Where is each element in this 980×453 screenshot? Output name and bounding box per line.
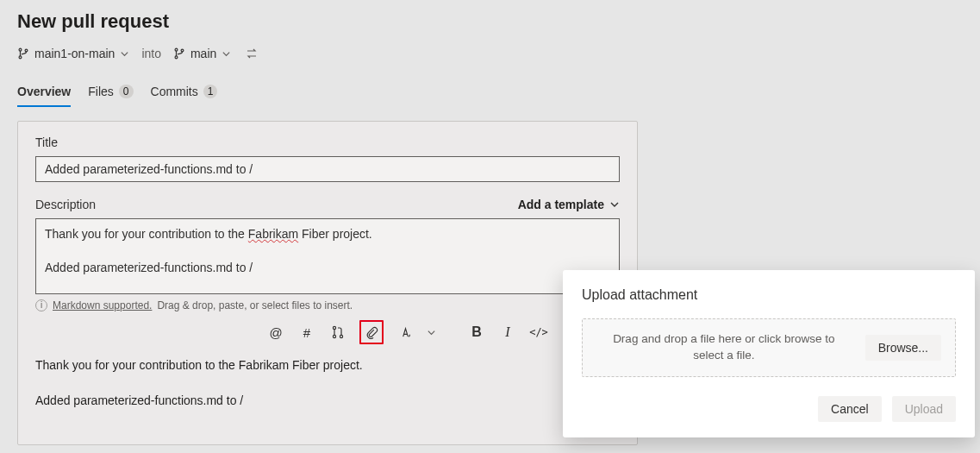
preview-paragraph: Added parameterized-functions.md to /	[35, 392, 620, 410]
svg-point-3	[175, 48, 178, 51]
add-template-button[interactable]: Add a template	[518, 198, 620, 211]
file-dropzone[interactable]: Drag and drop a file here or click brows…	[582, 318, 956, 377]
description-label: Description	[35, 198, 96, 211]
pr-icon	[331, 325, 345, 339]
svg-point-0	[19, 48, 22, 51]
branch-icon	[17, 47, 29, 60]
source-branch-picker[interactable]: main1-on-main	[17, 47, 129, 60]
browse-button[interactable]: Browse...	[865, 335, 941, 361]
svg-point-6	[333, 326, 335, 329]
paperclip-icon	[365, 326, 378, 339]
commits-count-badge: 1	[203, 85, 218, 98]
dialog-title: Upload attachment	[582, 287, 956, 303]
page-title: New pull request	[17, 10, 963, 33]
target-branch-name: main	[190, 47, 216, 60]
bold-button[interactable]: B	[467, 323, 486, 342]
attach-file-highlight	[359, 320, 384, 344]
chevron-down-icon[interactable]	[427, 328, 436, 337]
chevron-down-icon	[222, 49, 231, 59]
upload-button[interactable]: Upload	[892, 396, 956, 422]
svg-point-1	[19, 56, 22, 59]
chevron-down-icon	[609, 199, 620, 210]
text-format-button[interactable]	[396, 323, 415, 342]
tab-overview[interactable]: Overview	[17, 79, 71, 107]
tab-label: Files	[88, 85, 114, 98]
svg-point-8	[340, 335, 342, 337]
title-input[interactable]	[35, 156, 620, 182]
target-branch-picker[interactable]: main	[173, 47, 231, 60]
tab-files[interactable]: Files 0	[88, 79, 133, 107]
dropzone-text: Drag and drop a file here or click brows…	[596, 331, 852, 364]
preview-paragraph: Thank you for your contribution to the F…	[35, 356, 620, 374]
attach-file-button[interactable]	[362, 323, 381, 342]
tab-commits[interactable]: Commits 1	[151, 79, 218, 107]
mention-button[interactable]: @	[266, 323, 285, 342]
add-template-label: Add a template	[518, 198, 604, 211]
into-label: into	[141, 47, 161, 60]
files-count-badge: 0	[119, 85, 134, 98]
markdown-supported-link[interactable]: Markdown supported.	[53, 299, 152, 311]
description-textarea[interactable]: Thank you for your contribution to the F…	[35, 218, 620, 294]
swap-icon	[245, 47, 259, 60]
pull-request-link-button[interactable]	[328, 323, 347, 342]
tab-label: Commits	[151, 85, 198, 98]
svg-point-4	[175, 56, 178, 59]
tab-label: Overview	[17, 85, 71, 98]
helper-text: Drag & drop, paste, or select files to i…	[157, 299, 353, 311]
italic-button[interactable]: I	[498, 323, 517, 342]
source-branch-name: main1-on-main	[34, 47, 115, 60]
text-format-icon	[399, 326, 412, 339]
info-icon: i	[35, 299, 47, 311]
cancel-button[interactable]: Cancel	[818, 396, 882, 422]
description-preview: Thank you for your contribution to the F…	[35, 356, 620, 410]
pr-tabs: Overview Files 0 Commits 1	[17, 79, 963, 107]
pr-form-panel: Title Description Add a template Thank y…	[17, 121, 638, 445]
code-button[interactable]: </>	[529, 323, 548, 342]
svg-point-5	[181, 49, 184, 52]
swap-branches-button[interactable]	[243, 45, 260, 62]
upload-attachment-dialog: Upload attachment Drag and drop a file h…	[563, 270, 975, 437]
title-label: Title	[35, 135, 620, 149]
chevron-down-icon	[120, 49, 129, 59]
svg-point-2	[25, 49, 28, 52]
svg-point-7	[333, 335, 335, 337]
branch-selector-row: main1-on-main into main	[17, 45, 963, 62]
reference-button[interactable]: #	[297, 323, 316, 342]
branch-icon	[173, 47, 185, 60]
